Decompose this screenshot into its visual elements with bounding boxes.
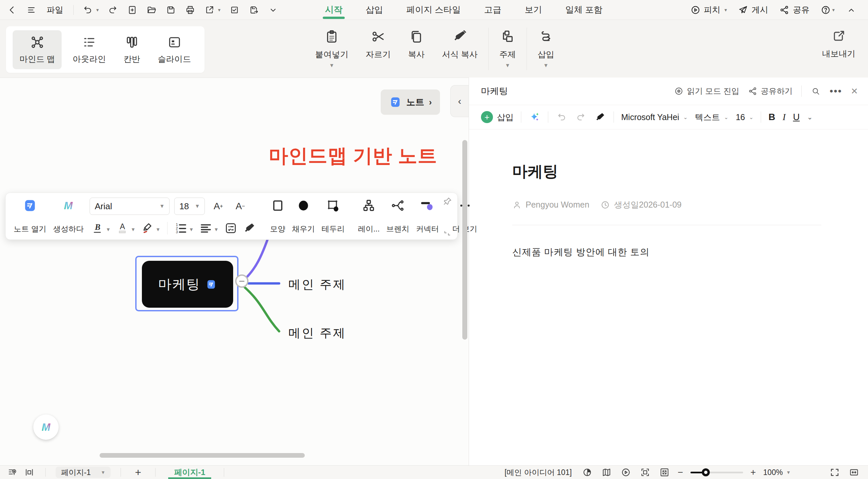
more-options-icon[interactable]: ••• — [830, 85, 842, 97]
branch-collapse-handle[interactable] — [235, 274, 248, 288]
collapse-ribbon-icon[interactable] — [846, 5, 857, 15]
search-icon[interactable] — [810, 86, 821, 97]
new-file-icon[interactable] — [127, 5, 137, 15]
ai-generate-button[interactable]: M 생성하다 — [50, 196, 87, 236]
panel-collapse-tab[interactable]: ‹ — [450, 85, 469, 117]
tab-view[interactable]: 보기 — [525, 0, 542, 20]
close-panel-icon[interactable]: ✕ — [851, 86, 858, 97]
note-insert-button[interactable]: + 삽입 — [481, 111, 514, 123]
file-menu[interactable]: 파일 — [46, 4, 63, 15]
note-font-family-select[interactable]: Microsoft YaHei⌄ — [621, 112, 688, 122]
collapse-toolbar-icon[interactable] — [268, 5, 278, 15]
shape-button[interactable]: 모양 — [267, 196, 289, 236]
zoom-slider[interactable] — [690, 472, 743, 473]
task-list-button[interactable] — [223, 221, 239, 235]
save-icon[interactable] — [165, 5, 176, 15]
view-slide[interactable]: 슬라이드 — [151, 30, 198, 69]
horizontal-scrollbar[interactable] — [100, 453, 305, 458]
format-painter-button[interactable]: 서식 복사 — [433, 24, 486, 74]
publish-button[interactable]: 게시 — [738, 4, 768, 15]
fit-width-icon[interactable] — [848, 466, 860, 478]
font-color-button[interactable]: A ▼ — [115, 221, 137, 235]
ai-sparkle-button[interactable] — [529, 111, 540, 123]
main-topic-node[interactable]: 메인 주제 — [288, 325, 368, 341]
zoom-slider-handle[interactable] — [702, 468, 710, 476]
main-topic-node[interactable]: 메인 주제 — [288, 276, 368, 293]
note-underline-button[interactable]: U — [793, 112, 800, 123]
note-italic-button[interactable]: I — [782, 112, 785, 123]
vertical-scrollbar[interactable] — [462, 140, 467, 340]
tab-advanced[interactable]: 고급 — [484, 0, 501, 20]
copy-button[interactable]: 복사 — [399, 24, 433, 74]
numbered-list-button[interactable]: 123 ▼ — [173, 221, 195, 235]
zoom-level-select[interactable]: 100%▼ — [763, 468, 791, 477]
increase-font-button[interactable]: A+ — [210, 198, 227, 215]
save-as-icon[interactable] — [248, 5, 259, 15]
layout-button[interactable]: 레이... — [355, 196, 383, 236]
root-topic[interactable]: 마케팅 — [142, 261, 233, 308]
fullscreen-icon[interactable] — [829, 466, 841, 478]
open-folder-icon[interactable] — [146, 5, 157, 15]
cut-button[interactable]: 자르기 — [357, 24, 399, 74]
branch-count-icon[interactable] — [581, 466, 593, 478]
note-text-style-select[interactable]: 텍스트⌄ — [695, 112, 728, 123]
page-list-icon[interactable] — [7, 466, 19, 478]
font-family-select[interactable]: Arial▼ — [90, 198, 169, 215]
import-check-icon[interactable] — [229, 5, 240, 15]
bold-button[interactable]: B ▼ — [90, 221, 112, 235]
presentation-icon[interactable] — [620, 466, 632, 478]
undo-button[interactable] — [82, 5, 93, 15]
view-kanban[interactable]: 칸반 — [117, 30, 147, 69]
print-icon[interactable] — [185, 5, 195, 15]
zoom-out-button[interactable]: − — [678, 467, 683, 478]
insert-button[interactable]: 삽입 ▼ — [529, 24, 563, 74]
map-title[interactable]: 마인드맵 기반 노트 — [256, 143, 450, 169]
dock-corner-icon[interactable] — [443, 228, 452, 237]
share-out-icon[interactable] — [204, 5, 215, 15]
tab-start[interactable]: 시작 — [325, 0, 342, 20]
view-outline[interactable]: 아웃라인 — [66, 30, 113, 69]
main-menu-icon[interactable] — [26, 5, 37, 15]
tab-page-style[interactable]: 페이지 스타일 — [406, 0, 461, 20]
align-button[interactable]: ▼ — [198, 221, 220, 235]
open-note-button[interactable]: 노트 열기 — [10, 196, 50, 236]
overview-map-icon[interactable] — [600, 466, 613, 478]
page-selector[interactable]: 페이지-1▼ — [56, 467, 111, 478]
redo-button[interactable] — [107, 5, 118, 15]
document-body[interactable]: 신제품 마케팅 방안에 대한 토의 — [512, 246, 822, 259]
pin-toolbar-icon[interactable] — [443, 196, 453, 206]
fit-selection-icon[interactable] — [639, 466, 651, 478]
note-format-brush-button[interactable] — [594, 111, 606, 123]
clear-format-button[interactable] — [242, 221, 257, 235]
note-font-size-select[interactable]: 16⌄ — [736, 112, 753, 122]
highlight-button[interactable]: ▼ — [140, 221, 162, 235]
page-tab[interactable]: 페이지-1 — [165, 466, 214, 479]
border-button[interactable]: 테두리 — [318, 196, 348, 236]
page-panel-icon[interactable] — [23, 466, 35, 478]
document-title[interactable]: 마케팅 — [512, 161, 822, 182]
font-size-select[interactable]: 18▼ — [174, 198, 205, 215]
read-mode-button[interactable]: 읽기 모드 진입 — [674, 86, 739, 97]
note-redo-button[interactable] — [575, 111, 587, 123]
mindmap-canvas[interactable]: 노트 › ‹ 마인드맵 기반 노트 노트 열기 M 생성하다 Arial▼ — [0, 77, 469, 465]
tab-insert[interactable]: 삽입 — [366, 0, 383, 20]
decrease-font-button[interactable]: A− — [231, 198, 249, 215]
app-logo[interactable]: M — [33, 414, 59, 440]
topic-button[interactable]: 주제 ▼ — [491, 24, 525, 74]
note-icon[interactable] — [206, 279, 217, 290]
share-note-button[interactable]: 공유하기 — [748, 86, 793, 97]
share-out-caret-icon[interactable]: ▾ — [218, 7, 221, 13]
more-format-chevron-icon[interactable]: ⌄ — [807, 113, 813, 121]
share-button[interactable]: 공유 — [779, 4, 809, 15]
undo-caret-icon[interactable]: ▾ — [96, 7, 99, 13]
paste-button[interactable]: 붙여넣기 ▼ — [306, 24, 357, 74]
connector-button[interactable]: 커넥터 — [413, 196, 442, 236]
add-page-button[interactable]: + — [131, 466, 145, 479]
fill-button[interactable]: 채우기 — [289, 196, 318, 236]
pitch-button[interactable]: 피치▾ — [690, 4, 727, 15]
view-mindmap[interactable]: 마인드 맵 — [13, 30, 62, 69]
note-undo-button[interactable] — [556, 111, 567, 123]
note-bold-button[interactable]: B — [768, 112, 775, 123]
note-toggle-button[interactable]: 노트 › — [381, 90, 440, 115]
fit-screen-icon[interactable] — [658, 466, 671, 478]
